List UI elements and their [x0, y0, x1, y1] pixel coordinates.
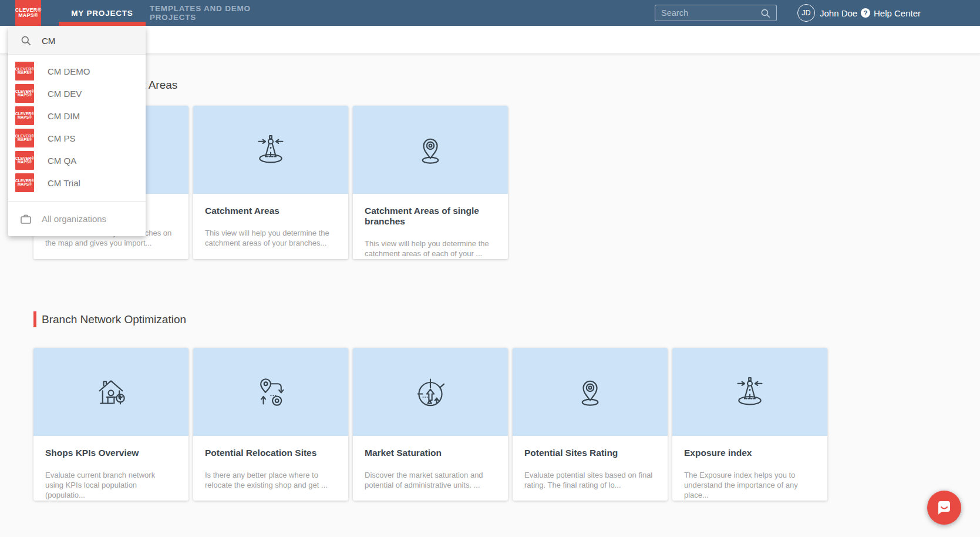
- toolbar-strip: [0, 26, 980, 54]
- section-header-branch-network-optimization: Branch Network Optimization: [33, 311, 186, 327]
- organization-list: CLEVER®MAPS® CM DEMO CLEVER®MAPS® CM DEV…: [8, 55, 146, 201]
- organization-item-label: CM PS: [48, 133, 76, 143]
- organization-item-label: CM DIM: [48, 111, 80, 121]
- user-name[interactable]: John Doe: [820, 0, 857, 26]
- search-icon: [21, 35, 32, 46]
- compass-icon: [252, 131, 289, 169]
- user-avatar[interactable]: JD: [797, 4, 815, 22]
- organization-item-cm-demo[interactable]: CLEVER®MAPS® CM DEMO: [8, 60, 146, 82]
- organization-switcher-dropdown: CM CLEVER®MAPS® CM DEMO CLEVER®MAPS® CM …: [8, 27, 146, 236]
- card-illustration: [672, 348, 827, 436]
- avatar-initials: JD: [801, 9, 810, 17]
- card-title: Potential Sites Rating: [524, 448, 656, 458]
- card-description: This view will help you determine the ca…: [365, 239, 496, 259]
- project-card-potential-sites-rating[interactable]: Potential Sites Rating Evaluate potentia…: [513, 348, 668, 501]
- search-input[interactable]: [655, 5, 755, 21]
- chat-launcher-button[interactable]: [927, 491, 961, 525]
- card-title: Catchment Areas of single branches: [365, 206, 496, 227]
- organization-search-row[interactable]: CM: [8, 27, 146, 55]
- card-description: Discover the market saturation and poten…: [365, 470, 496, 490]
- card-title: Potential Relocation Sites: [205, 448, 336, 458]
- help-center-link[interactable]: Help Center: [874, 0, 921, 26]
- radar-icon: [412, 373, 449, 411]
- chat-bubble-icon: [935, 498, 954, 517]
- global-search-box: [655, 5, 777, 21]
- section-accent-bar: [33, 311, 36, 327]
- card-description: Evaluate potential sites based on final …: [524, 470, 656, 490]
- organization-item-label: CM Trial: [48, 178, 80, 188]
- compass-icon: [731, 373, 769, 411]
- organization-item-cm-dev[interactable]: CLEVER®MAPS® CM DEV: [8, 82, 146, 105]
- clevermaps-logo-icon: CLEVER®MAPS®: [15, 62, 34, 80]
- all-organizations-item[interactable]: All organizations: [8, 201, 146, 236]
- organization-item-label: CM QA: [48, 156, 76, 166]
- card-title: Catchment Areas: [205, 206, 336, 216]
- search-icon: [760, 8, 771, 19]
- organization-item-label: CM DEV: [48, 89, 82, 99]
- card-description: This view will help you determine the ca…: [205, 228, 336, 248]
- organization-item-cm-ps[interactable]: CLEVER®MAPS® CM PS: [8, 127, 146, 149]
- question-mark-icon[interactable]: ?: [861, 8, 870, 18]
- organization-item-cm-trial[interactable]: CLEVER®MAPS® CM Trial: [8, 172, 146, 194]
- clevermaps-logo-icon: CLEVER®MAPS®: [15, 129, 34, 147]
- card-description: Evaluate current branch network using KP…: [45, 470, 177, 500]
- organization-item-label: CM DEMO: [48, 66, 90, 76]
- clevermaps-logo-icon: CLEVER®MAPS®: [15, 84, 34, 103]
- card-description: The Exposure index helps you to understa…: [684, 470, 816, 500]
- map-pin-icon: [571, 373, 609, 411]
- card-illustration: [193, 348, 348, 436]
- card-title: Exposure index: [684, 448, 816, 458]
- project-card-catchment-single-branches[interactable]: Catchment Areas of single branches This …: [353, 106, 508, 259]
- logo-text-line2: MAPS®: [18, 13, 38, 18]
- organization-item-cm-dim[interactable]: CLEVER®MAPS® CM DIM: [8, 105, 146, 127]
- clevermaps-logo-icon: CLEVER®MAPS®: [15, 106, 34, 125]
- clevermaps-logo[interactable]: CLEVER® MAPS®: [15, 0, 41, 26]
- shop-icon: [92, 373, 130, 411]
- project-card-market-saturation[interactable]: Market Saturation Discover the market sa…: [353, 348, 508, 501]
- clevermaps-logo-icon: CLEVER®MAPS®: [15, 173, 34, 192]
- card-illustration: [193, 106, 348, 194]
- tab-label: TEMPLATES AND DEMO PROJECTS: [150, 4, 291, 22]
- card-illustration: [353, 348, 508, 436]
- organization-item-cm-qa[interactable]: CLEVER®MAPS® CM QA: [8, 149, 146, 172]
- clevermaps-logo-icon: CLEVER®MAPS®: [15, 151, 34, 170]
- map-pin-icon: [412, 131, 449, 169]
- card-illustration: [353, 106, 508, 194]
- top-navigation-bar: CLEVER® MAPS® MY PROJECTS TEMPLATES AND …: [0, 0, 980, 26]
- organization-search-value[interactable]: CM: [42, 36, 55, 46]
- card-title: Market Saturation: [365, 448, 496, 458]
- tab-templates-and-demo-projects[interactable]: TEMPLATES AND DEMO PROJECTS: [150, 0, 291, 26]
- relocation-icon: [252, 373, 289, 411]
- card-description: Is there any better place where to reloc…: [205, 470, 336, 490]
- card-illustration: [33, 348, 188, 436]
- section-title: Branch Network Optimization: [42, 313, 186, 326]
- project-card-potential-relocation-sites[interactable]: Potential Relocation Sites Is there any …: [193, 348, 348, 501]
- briefcase-icon: [20, 213, 32, 225]
- card-title: Shops KPIs Overview: [45, 448, 177, 458]
- all-organizations-label: All organizations: [42, 214, 106, 224]
- active-tab-indicator: [59, 22, 146, 26]
- card-illustration: [513, 348, 668, 436]
- tab-label: MY PROJECTS: [71, 9, 133, 18]
- project-card-exposure-index[interactable]: Exposure index The Exposure index helps …: [672, 348, 827, 501]
- project-card-catchment-areas[interactable]: Catchment Areas This view will help you …: [193, 106, 348, 259]
- project-card-shops-kpis-overview[interactable]: Shops KPIs Overview Evaluate current bra…: [33, 348, 188, 501]
